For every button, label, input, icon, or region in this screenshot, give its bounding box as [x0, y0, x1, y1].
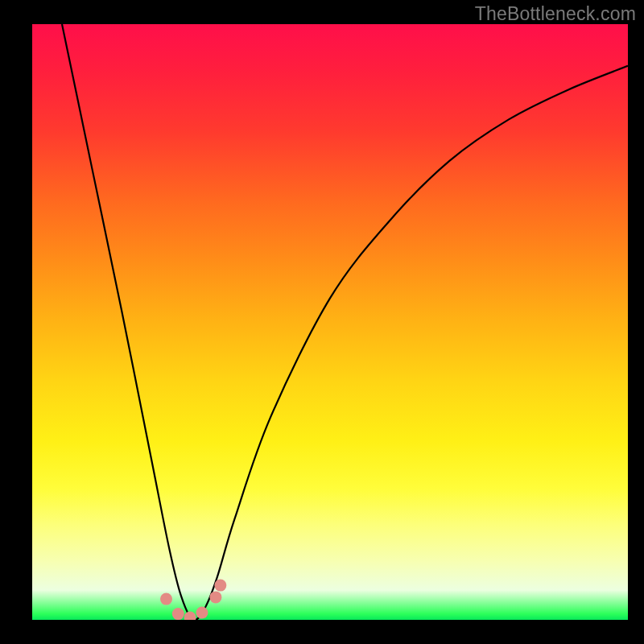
curve-dot	[209, 591, 221, 603]
curve-dot	[184, 612, 196, 620]
curve-dot	[196, 607, 208, 619]
plot-area	[32, 24, 628, 620]
curve-dot	[160, 593, 172, 605]
curve-dot	[172, 608, 184, 620]
watermark-text: TheBottleneck.com	[475, 3, 636, 25]
chart-frame: TheBottleneck.com	[0, 0, 644, 644]
bottleneck-curve-path	[62, 24, 628, 620]
curve-min-dots	[160, 580, 226, 620]
bottleneck-curve-svg	[32, 24, 628, 620]
curve-dot	[214, 580, 226, 592]
